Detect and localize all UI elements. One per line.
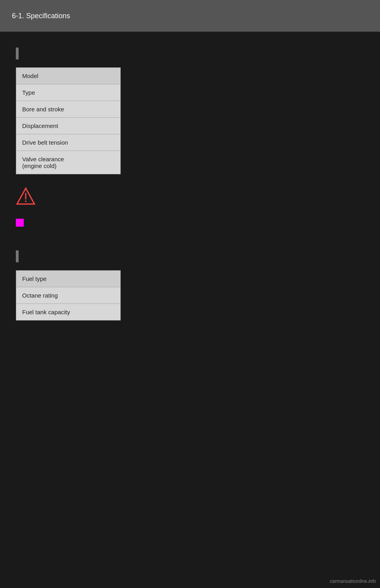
svg-point-2	[25, 200, 27, 202]
engine-section: Model Type Bore and stroke Displacement …	[16, 48, 364, 227]
header-bar: 6-1. Specifications	[0, 0, 380, 32]
table-row: Type	[16, 84, 121, 101]
spec-label-displacement: Displacement	[16, 118, 121, 134]
spec-label-drive-belt: Drive belt tension	[16, 134, 121, 151]
table-row: Drive belt tension	[16, 134, 121, 151]
fuel-spec-table: Fuel type Octane rating Fuel tank capaci…	[16, 270, 121, 321]
spec-label-valve-clearance: Valve clearance(engine cold)	[16, 151, 121, 174]
section-bar-engine	[16, 48, 19, 59]
main-content: Model Type Bore and stroke Displacement …	[0, 32, 380, 352]
spec-label-octane-rating: Octane rating	[16, 287, 121, 304]
spec-label-model: Model	[16, 68, 121, 84]
pink-square-icon	[16, 219, 24, 227]
section-header-fuel	[16, 250, 364, 262]
spec-label-type: Type	[16, 84, 121, 101]
table-row: Model	[16, 68, 121, 84]
warning-triangle-icon	[16, 186, 36, 206]
table-row: Valve clearance(engine cold)	[16, 151, 121, 174]
table-row: Fuel type	[16, 271, 121, 287]
spec-label-fuel-type: Fuel type	[16, 271, 121, 287]
table-row: Fuel tank capacity	[16, 304, 121, 321]
page-title: 6-1. Specifications	[12, 12, 70, 20]
fuel-section: Fuel type Octane rating Fuel tank capaci…	[16, 250, 364, 321]
warning-icon	[16, 186, 36, 206]
pink-square-section	[16, 218, 364, 227]
table-row: Octane rating	[16, 287, 121, 304]
table-row: Bore and stroke	[16, 101, 121, 118]
table-row: Displacement	[16, 118, 121, 134]
watermark: carmanualsonline.info	[330, 578, 376, 584]
spec-label-bore-stroke: Bore and stroke	[16, 101, 121, 118]
spec-label-fuel-tank: Fuel tank capacity	[16, 304, 121, 321]
warning-section	[16, 186, 364, 206]
section-bar-fuel	[16, 250, 19, 262]
engine-spec-table: Model Type Bore and stroke Displacement …	[16, 67, 121, 174]
section-header-engine	[16, 48, 364, 59]
